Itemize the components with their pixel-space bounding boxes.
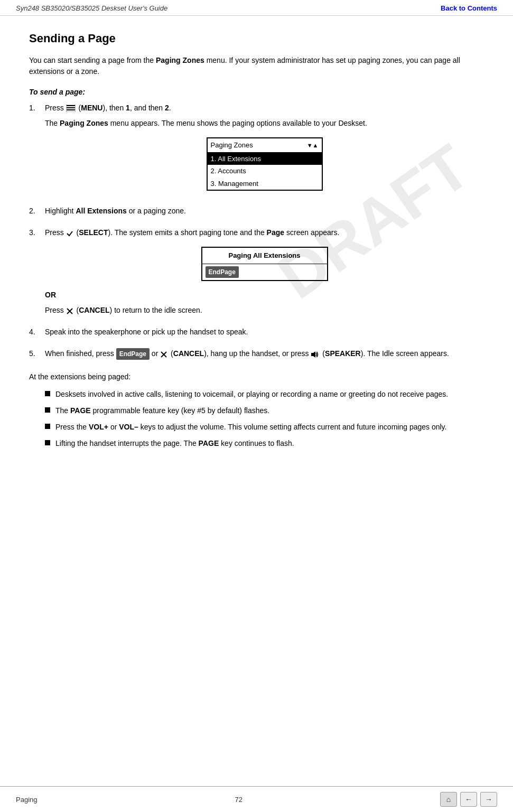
step-2-content: Highlight All Extensions or a paging zon…	[45, 206, 484, 221]
menu-box-title: Paging Zones	[211, 140, 253, 151]
step-1-content: Press (MENU), then 1, and then 2.	[45, 102, 484, 199]
step-4-content: Speak into the speakerphone or pick up t…	[45, 326, 484, 342]
section-heading: To send a page:	[29, 88, 484, 96]
back-to-contents-link[interactable]: Back to Contents	[441, 4, 497, 12]
page-feature-bold: PAGE	[70, 406, 91, 415]
bullet-square-3	[45, 424, 50, 429]
document-title: Syn248 SB35020/SB35025 Deskset User's Gu…	[16, 4, 167, 12]
bullet-square-1	[45, 391, 50, 396]
speaker-key-label: SPEAKER	[325, 349, 361, 358]
menu-key-label: MENU	[81, 104, 102, 112]
step-5-num: 5.	[29, 348, 45, 364]
bullet-text-4: Lifting the handset interrupts the page.…	[55, 438, 484, 449]
or-text: OR	[45, 290, 484, 301]
bullet-text-1: Desksets involved in active calls, liste…	[55, 389, 484, 400]
step-4-num: 4.	[29, 326, 45, 342]
step-2: 2. Highlight All Extensions or a paging …	[29, 206, 484, 221]
bullet-list: Desksets involved in active calls, liste…	[45, 389, 484, 449]
speaker-icon	[311, 350, 319, 358]
step-5: 5. When finished, press EndPage or (CANC…	[29, 348, 484, 364]
bullet-square-2	[45, 407, 50, 413]
steps-list: 1. Press (MENU), then 1, and the	[29, 102, 484, 364]
step1-1: 1	[126, 104, 130, 112]
cancel-key-2: CANCEL	[173, 349, 204, 358]
menu-item-accounts: 2. Accounts	[208, 165, 322, 178]
bullet-item-4: Lifting the handset interrupts the page.…	[45, 438, 484, 449]
step-5-content: When finished, press EndPage or (CANCEL)…	[45, 348, 484, 364]
bullet-item-2: The PAGE programmable feature key (key #…	[45, 405, 484, 416]
svg-rect-1	[67, 107, 75, 108]
endpage-button-display: EndPage	[206, 266, 239, 278]
bullet-item-3: Press the VOL+ or VOL– keys to adjust th…	[45, 422, 484, 433]
menu-box-header: Paging Zones ▼▲	[208, 138, 322, 153]
intro-paragraph: You can start sending a page from the Pa…	[29, 55, 484, 77]
step-1: 1. Press (MENU), then 1, and the	[29, 102, 484, 199]
cancel-icon-2	[160, 350, 167, 358]
at-extensions-text: At the extensions being paged:	[29, 371, 484, 382]
bullet-text-2: The PAGE programmable feature key (key #…	[55, 405, 484, 416]
bullet-square-4	[45, 440, 50, 445]
step-3-content: Press (SELECT). The system emits a short…	[45, 227, 484, 320]
bullet-item-1: Desksets involved in active calls, liste…	[45, 389, 484, 400]
step-3-num: 3.	[29, 227, 45, 320]
all-extensions-bold: All Extensions	[76, 207, 126, 215]
cancel-icon	[66, 307, 73, 314]
page-footer: Paging 72 ⌂ ← →	[0, 786, 513, 812]
paging-screen-header: Paging All Extensions	[202, 248, 327, 264]
paging-zones-bold: Paging Zones	[156, 56, 204, 64]
step-3: 3. Press (SELECT). The system emits a sh…	[29, 227, 484, 320]
footer-navigation: ⌂ ← →	[440, 792, 497, 807]
main-content: DRAFT Sending a Page You can start sendi…	[0, 16, 513, 470]
svg-rect-0	[67, 105, 75, 106]
menu-item-management: 3. Management	[208, 178, 322, 190]
paging-zones-label: Paging Zones	[60, 119, 108, 127]
step1-2: 2	[165, 104, 169, 112]
page-key-bold: PAGE	[199, 439, 219, 447]
vol-plus-bold: VOL+	[89, 423, 108, 431]
step-2-num: 2.	[29, 206, 45, 221]
cancel-key-label: CANCEL	[79, 306, 109, 314]
press-cancel-text: Press (CANCEL) to return to the idle scr…	[45, 305, 484, 316]
svg-marker-8	[311, 351, 315, 358]
svg-rect-2	[67, 109, 75, 110]
footer-page-number: 72	[235, 796, 242, 804]
vol-minus-bold: VOL–	[119, 423, 138, 431]
menu-item-all-extensions: 1. All Extensions	[208, 153, 322, 165]
page-screen-label: Page	[267, 228, 284, 237]
page-header: Syn248 SB35020/SB35025 Deskset User's Gu…	[0, 0, 513, 16]
step-1-num: 1.	[29, 102, 45, 199]
select-key-label: SELECT	[79, 228, 108, 237]
endpage-inline-btn: EndPage	[116, 348, 150, 360]
nav-home-button[interactable]: ⌂	[440, 792, 457, 807]
paging-zones-menu-box: Paging Zones ▼▲ 1. All Extensions 2. Acc…	[207, 137, 323, 191]
nav-forward-button[interactable]: →	[480, 792, 497, 807]
menu-box-arrows: ▼▲	[307, 141, 319, 150]
bullet-text-3: Press the VOL+ or VOL– keys to adjust th…	[55, 422, 484, 433]
select-check-icon	[66, 229, 73, 237]
footer-section: Paging	[16, 796, 37, 804]
step-4: 4. Speak into the speakerphone or pick u…	[29, 326, 484, 342]
paging-all-extensions-screen: Paging All Extensions EndPage	[201, 247, 328, 281]
nav-back-button[interactable]: ←	[460, 792, 477, 807]
menu-icon	[66, 104, 76, 111]
page-title: Sending a Page	[29, 32, 484, 45]
paging-screen-footer: EndPage	[202, 264, 327, 280]
